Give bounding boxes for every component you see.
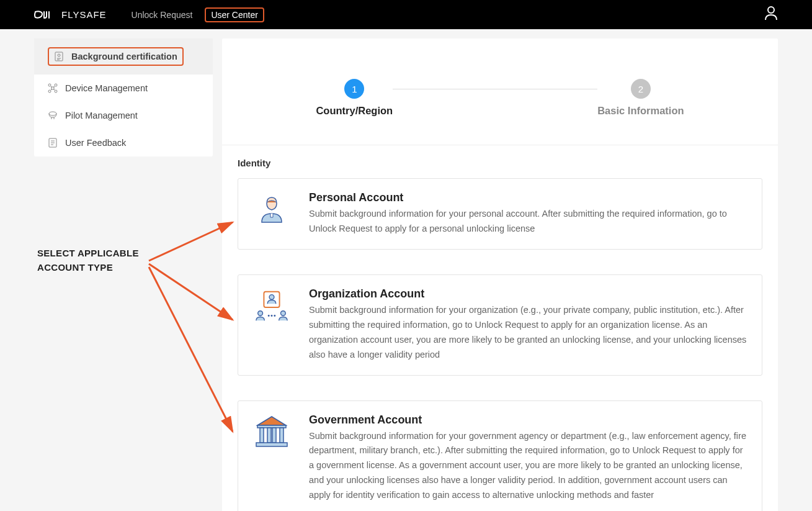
svg-point-5 <box>48 90 51 93</box>
step-1-label: Country/Region <box>316 105 393 117</box>
sidebar-item-device-mgmt[interactable]: Device Management <box>34 75 213 102</box>
sidebar-item-pilot-mgmt[interactable]: Pilot Management <box>34 102 213 129</box>
card-title: Organization Account <box>309 287 747 301</box>
step-2-label: Basic Information <box>597 105 684 117</box>
svg-point-4 <box>55 84 57 86</box>
main-panel: 1 Country/Region 2 Basic Information Ide… <box>222 38 778 511</box>
government-icon <box>253 414 290 451</box>
steps-wizard: 1 Country/Region 2 Basic Information <box>222 38 778 145</box>
identity-section: Identity Personal Account Submit backgro… <box>222 145 778 511</box>
step-connector <box>393 89 597 89</box>
identity-heading: Identity <box>238 158 762 168</box>
feedback-icon <box>48 138 58 148</box>
card-desc: Submit background information for your o… <box>309 303 747 363</box>
svg-point-15 <box>271 315 273 317</box>
card-title: Government Account <box>309 414 747 427</box>
brand-logo[interactable]: FLYSAFE <box>34 9 107 20</box>
svg-point-12 <box>258 311 263 316</box>
svg-point-6 <box>55 90 57 93</box>
svg-point-0 <box>768 7 774 13</box>
sidebar-item-label: User Feedback <box>65 138 126 148</box>
svg-rect-22 <box>256 443 287 446</box>
step-1-circle: 1 <box>344 79 364 99</box>
step-1: 1 Country/Region <box>316 79 393 117</box>
brand-text: FLYSAFE <box>61 9 107 20</box>
svg-point-3 <box>48 84 51 86</box>
svg-point-13 <box>281 311 286 316</box>
account-card-organization[interactable]: Organization Account Submit background i… <box>238 274 762 376</box>
annotation-callout: SELECT APPLICABLE ACCOUNT TYPE <box>37 246 139 274</box>
svg-point-11 <box>269 294 274 299</box>
drone-icon <box>48 83 58 93</box>
top-header: FLYSAFE Unlock Request User Center <box>0 0 812 29</box>
svg-rect-20 <box>272 428 276 443</box>
organization-icon <box>253 287 290 325</box>
card-title: Personal Account <box>309 191 747 204</box>
svg-point-14 <box>268 315 270 317</box>
dji-logo-icon <box>34 11 58 19</box>
step-2: 2 Basic Information <box>597 79 684 117</box>
nav-unlock-request[interactable]: Unlock Request <box>125 7 199 22</box>
person-icon <box>253 191 290 228</box>
svg-rect-19 <box>267 428 271 443</box>
header-nav: Unlock Request User Center <box>125 7 264 22</box>
user-profile-icon[interactable] <box>764 5 778 24</box>
svg-point-2 <box>58 54 60 57</box>
svg-rect-18 <box>260 428 264 443</box>
card-desc: Submit background information for your g… <box>309 429 747 504</box>
account-card-government[interactable]: Government Account Submit background inf… <box>238 400 762 511</box>
account-card-personal[interactable]: Personal Account Submit background infor… <box>238 178 762 250</box>
sidebar-item-user-feedback[interactable]: User Feedback <box>34 129 213 156</box>
certificate-icon <box>54 52 64 61</box>
sidebar-item-label: Background certification <box>71 52 177 61</box>
sidebar: Background certification Device Manageme… <box>34 38 213 156</box>
card-desc: Submit background information for your p… <box>309 207 747 237</box>
pilot-icon <box>48 111 58 120</box>
step-2-circle: 2 <box>631 79 651 99</box>
svg-rect-21 <box>280 428 283 443</box>
svg-point-16 <box>274 315 275 317</box>
sidebar-item-label: Pilot Management <box>65 111 138 120</box>
sidebar-item-background-cert[interactable]: Background certification <box>34 38 213 75</box>
nav-user-center[interactable]: User Center <box>205 7 264 22</box>
sidebar-item-label: Device Management <box>65 83 148 93</box>
svg-point-8 <box>49 112 56 115</box>
